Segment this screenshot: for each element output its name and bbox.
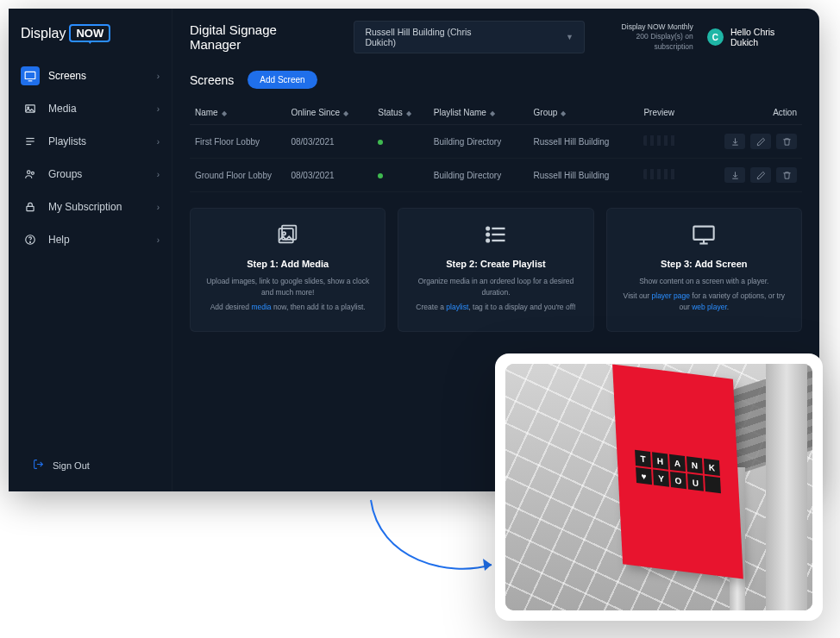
content: Screens Add Screen Name◆ Online Since◆ S… xyxy=(172,66,819,349)
delete-button[interactable] xyxy=(776,134,797,149)
sidebar-item-media[interactable]: Media › xyxy=(9,92,172,125)
sidebar-item-subscription[interactable]: My Subscription › xyxy=(9,191,172,223)
svg-point-7 xyxy=(28,171,31,174)
chevron-right-icon: › xyxy=(157,72,160,81)
cell-online-since: 08/03/2021 xyxy=(285,125,373,159)
download-button[interactable] xyxy=(724,134,745,149)
chevron-down-icon: ▼ xyxy=(566,33,574,41)
sidebar-item-label: Screens xyxy=(48,70,86,82)
sidebar: Display NOW Screens › Media › xyxy=(9,9,172,491)
cell-group: Russell Hill Building xyxy=(529,125,639,159)
edit-button[interactable] xyxy=(750,167,771,183)
svg-marker-27 xyxy=(483,559,492,571)
sidebar-item-label: Media xyxy=(48,103,77,115)
chevron-right-icon: › xyxy=(157,235,160,245)
playlists-icon xyxy=(21,132,40,151)
screens-icon xyxy=(21,66,40,85)
sort-icon: ◆ xyxy=(561,109,566,117)
chevron-right-icon: › xyxy=(157,170,160,179)
chevron-right-icon: › xyxy=(157,104,160,114)
cell-playlist: Building Directory xyxy=(429,159,529,192)
cell-actions xyxy=(696,125,802,159)
thank-you-banner: THANK ♥YOU xyxy=(612,364,743,579)
col-preview: Preview xyxy=(638,101,696,125)
col-name[interactable]: Name◆ xyxy=(190,101,285,125)
sidebar-item-label: Help xyxy=(48,234,70,246)
topbar: Digital Signage Manager Russell Hill Bui… xyxy=(172,9,819,66)
sign-out-icon xyxy=(33,459,44,472)
svg-point-8 xyxy=(31,172,34,174)
media-link[interactable]: media xyxy=(251,303,271,311)
card-create-playlist: Step 2: Create Playlist Organize media i… xyxy=(398,208,593,332)
cell-preview xyxy=(638,125,696,159)
card-add-screen: Step 3: Add Screen Show content on a scr… xyxy=(606,208,802,332)
nav-list: Screens › Media › Playlists › xyxy=(9,59,172,256)
lock-icon xyxy=(21,197,40,216)
sub-count: 200 Display(s) on subscription xyxy=(599,32,693,51)
list-icon xyxy=(411,222,580,252)
svg-point-20 xyxy=(486,234,489,236)
logo: Display NOW xyxy=(9,24,172,59)
status-dot-icon xyxy=(378,140,383,145)
sidebar-item-playlists[interactable]: Playlists › xyxy=(9,125,172,158)
dropdown-value: Russell Hill Building (Chris Dukich) xyxy=(365,27,497,47)
section-head: Screens Add Screen xyxy=(190,71,802,89)
playlist-link[interactable]: playlist xyxy=(446,303,468,311)
sort-icon: ◆ xyxy=(343,109,348,117)
subscription-info: Display NOW Monthly 200 Display(s) on su… xyxy=(599,22,693,51)
svg-rect-9 xyxy=(27,206,34,210)
add-screen-button[interactable]: Add Screen xyxy=(248,71,317,89)
avatar: C xyxy=(707,28,724,46)
cell-status xyxy=(373,125,429,159)
building-dropdown[interactable]: Russell Hill Building (Chris Dukich) ▼ xyxy=(354,21,585,53)
preview-thumb[interactable] xyxy=(643,169,678,179)
user-bar[interactable]: C Hello Chris Dukich xyxy=(707,27,802,47)
card-title: Step 1: Add Media xyxy=(203,259,373,269)
col-group[interactable]: Group◆ xyxy=(529,101,639,125)
card-title: Step 3: Add Screen xyxy=(619,259,789,269)
sort-icon: ◆ xyxy=(222,109,227,117)
section-title: Screens xyxy=(190,73,234,87)
photo-overlay: THANK ♥YOU xyxy=(495,353,823,621)
groups-icon xyxy=(21,165,40,184)
sidebar-item-help[interactable]: Help › xyxy=(9,223,172,256)
col-status[interactable]: Status◆ xyxy=(373,101,429,125)
col-online-since[interactable]: Online Since◆ xyxy=(285,101,373,125)
table-row: First Floor Lobby 08/03/2021 Building Di… xyxy=(190,125,802,159)
sign-out-label: Sign Out xyxy=(53,460,90,471)
card-desc: Show content on a screen with a player. … xyxy=(619,276,789,312)
sub-plan: Display NOW Monthly xyxy=(599,22,693,32)
delete-button[interactable] xyxy=(776,167,797,183)
cell-name: Ground Floor Lobby xyxy=(190,159,285,192)
cell-playlist: Building Directory xyxy=(429,125,529,159)
cell-actions xyxy=(696,159,802,192)
web-player-link[interactable]: web player xyxy=(692,303,727,311)
images-icon xyxy=(203,222,373,252)
page-title: Digital Signage Manager xyxy=(190,22,326,52)
screens-table: Name◆ Online Since◆ Status◆ Playlist Nam… xyxy=(190,101,802,192)
sidebar-item-label: Playlists xyxy=(48,135,86,147)
chevron-right-icon: › xyxy=(157,203,160,212)
cell-status xyxy=(373,159,429,192)
sidebar-item-groups[interactable]: Groups › xyxy=(9,158,172,191)
arrow-illustration xyxy=(362,491,500,586)
edit-button[interactable] xyxy=(750,134,771,149)
help-icon xyxy=(21,230,40,249)
preview-thumb[interactable] xyxy=(643,135,678,146)
logo-now-box: NOW xyxy=(69,24,110,42)
sidebar-item-label: My Subscription xyxy=(48,201,122,213)
signage-photo: THANK ♥YOU xyxy=(505,364,812,610)
sign-out-button[interactable]: Sign Out xyxy=(9,448,172,483)
card-add-media: Step 1: Add Media Upload images, link to… xyxy=(190,208,386,332)
screen-icon xyxy=(619,222,789,252)
cell-preview xyxy=(638,159,696,192)
user-greeting: Hello Chris Dukich xyxy=(730,27,802,47)
cell-online-since: 08/03/2021 xyxy=(285,159,373,192)
col-playlist[interactable]: Playlist Name◆ xyxy=(429,101,529,125)
player-page-link[interactable]: player page xyxy=(652,291,690,300)
sidebar-item-label: Groups xyxy=(48,168,82,180)
sort-icon: ◆ xyxy=(406,109,411,117)
card-title: Step 2: Create Playlist xyxy=(411,259,580,269)
download-button[interactable] xyxy=(724,167,745,183)
sidebar-item-screens[interactable]: Screens › xyxy=(9,59,172,92)
